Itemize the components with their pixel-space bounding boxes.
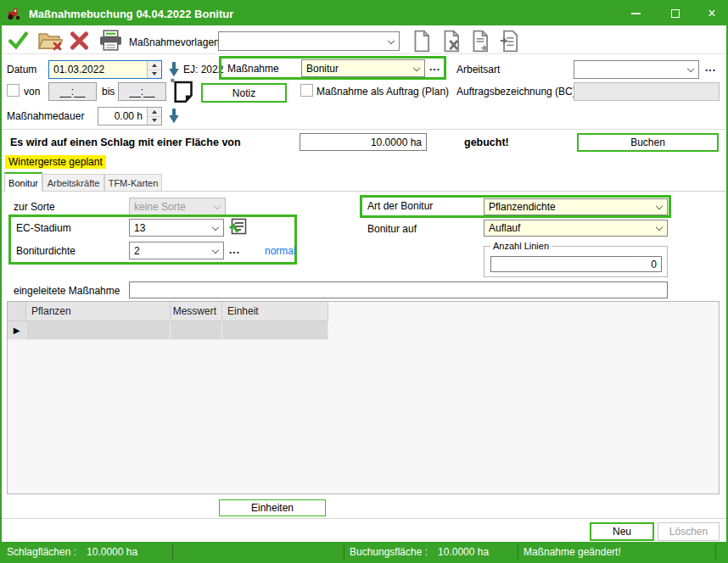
- neu-button[interactable]: Neu: [590, 522, 654, 541]
- boniturdichte-label: Boniturdichte: [16, 245, 76, 258]
- flaeche-value: 10.0000 ha: [371, 137, 422, 148]
- import-doc-icon[interactable]: [500, 30, 518, 53]
- datum-label: Datum: [7, 64, 36, 76]
- chevron-down-icon: [212, 246, 219, 253]
- datum-spinner[interactable]: [147, 61, 161, 78]
- cell-pflanzen[interactable]: [26, 321, 171, 340]
- vorlagen-combobox[interactable]: [218, 31, 400, 51]
- cell-einheit[interactable]: [222, 321, 328, 340]
- delete-doc-icon[interactable]: [442, 30, 461, 53]
- maximize-icon: [671, 9, 680, 18]
- booking-text-after: gebucht!: [464, 137, 509, 149]
- vorlagen-label: Maßnahmevorlagen: [129, 36, 220, 49]
- tab-tfm-karten[interactable]: TFM-Karten: [104, 174, 162, 191]
- tab-bonitur[interactable]: Bonitur: [4, 172, 42, 192]
- column-header-pflanzen[interactable]: Pflanzen: [26, 302, 171, 321]
- einheiten-button[interactable]: Einheiten: [219, 499, 326, 516]
- table-row[interactable]: ▶: [8, 321, 719, 340]
- close-button[interactable]: ×: [697, 2, 726, 25]
- massnahme-more-button[interactable]: ...: [429, 61, 440, 73]
- massnahmedauer-input[interactable]: 0.00 h: [98, 107, 162, 125]
- title-bar: Maßnahmebuchung 04.04.2022 Bonitur: [2, 2, 726, 25]
- bis-time-value: __:__: [129, 86, 154, 98]
- datum-value: 01.03.2022: [53, 64, 104, 75]
- maximize-button[interactable]: [661, 2, 690, 25]
- ec-stadium-value: 13: [134, 222, 145, 234]
- auftrag-plan-label: Maßnahme als Auftrag (Plan): [316, 86, 449, 98]
- row-selector-cell[interactable]: ▶: [8, 321, 26, 340]
- boniturdichte-combobox[interactable]: 2: [129, 242, 224, 259]
- status-divider: [172, 543, 173, 560]
- ec-stadium-combobox[interactable]: 13: [129, 219, 224, 237]
- bonitur-auf-combobox[interactable]: Auflauf: [484, 220, 668, 237]
- von-time-input[interactable]: __:__: [48, 82, 97, 101]
- window-title: Maßnahmebuchung 04.04.2022 Bonitur: [29, 8, 233, 20]
- close-icon: ×: [708, 7, 715, 20]
- cell-messwert[interactable]: [171, 321, 222, 340]
- copy-doc-icon[interactable]: [471, 30, 490, 53]
- ec-stadium-label: EC-Stadium: [16, 222, 71, 235]
- art-der-bonitur-combobox[interactable]: Pflanzendichte: [484, 198, 668, 215]
- cancel-folder-icon[interactable]: [37, 31, 63, 51]
- datum-input[interactable]: 01.03.2022: [48, 60, 162, 79]
- von-checkbox[interactable]: [7, 84, 20, 97]
- arbeitsart-more-button[interactable]: ...: [705, 62, 716, 74]
- print-icon[interactable]: [98, 30, 123, 52]
- massnahme-combobox[interactable]: Bonitur: [301, 59, 425, 77]
- massnahmedauer-label: Maßnahmedauer: [7, 110, 84, 123]
- confirm-check-icon[interactable]: [7, 30, 30, 51]
- ec-list-lookup-icon[interactable]: [229, 218, 247, 235]
- minimize-icon: [631, 13, 641, 14]
- status-divider: [715, 543, 716, 560]
- anzahl-linien-value: 0: [651, 259, 657, 270]
- new-doc-icon[interactable]: [412, 30, 431, 53]
- zur-sorte-combobox: keine Sorte: [129, 198, 226, 215]
- column-header-einheit[interactable]: Einheit: [222, 302, 328, 321]
- apply-down-arrow-icon[interactable]: [168, 61, 180, 78]
- anzahl-linien-input[interactable]: 0: [490, 256, 662, 272]
- row-selector-header: [8, 302, 26, 321]
- status-divider: [518, 543, 518, 560]
- status-message: Maßnahme geändert!: [524, 542, 621, 561]
- table-header-row: Pflanzen Messwert Einheit: [8, 302, 719, 321]
- note-page-icon[interactable]: [170, 77, 195, 103]
- booking-text-before: Es wird auf einen Schlag mit einer Fläch…: [10, 137, 241, 149]
- chevron-down-icon: [656, 224, 663, 231]
- eingeleitete-massnahme-label: eingeleitete Maßnahme: [14, 285, 120, 298]
- loeschen-button[interactable]: Löschen: [658, 522, 720, 541]
- flaeche-input[interactable]: 10.0000 ha: [300, 133, 427, 151]
- column-header-messwert[interactable]: Messwert: [171, 302, 222, 321]
- bonitur-auf-label: Bonitur auf: [367, 223, 417, 236]
- zur-sorte-label: zur Sorte: [14, 201, 55, 214]
- delete-x-icon[interactable]: [68, 31, 91, 51]
- tab-strip-line: [2, 191, 726, 192]
- chevron-down-icon: [388, 36, 395, 43]
- art-der-bonitur-label: Art der Bonitur: [367, 200, 433, 213]
- status-schlagflaechen: Schlagflächen : 10.0000 ha: [7, 542, 137, 561]
- apply-down-arrow-icon[interactable]: [168, 108, 180, 125]
- auftrag-plan-checkbox[interactable]: [300, 84, 313, 97]
- anzahl-linien-legend: Anzahl Linien: [490, 241, 552, 251]
- massnahme-value: Bonitur: [306, 63, 339, 75]
- status-buchungsflaeche: Buchungsfläche : 10.0000 ha: [350, 542, 489, 561]
- tab-arbeitskraefte[interactable]: Arbeitskräfte: [42, 174, 104, 191]
- dauer-spinner[interactable]: [147, 108, 161, 125]
- boniturdichte-more-button[interactable]: ...: [229, 244, 240, 256]
- crop-status-highlight: Wintergerste geplant: [5, 155, 106, 169]
- chevron-down-icon: [656, 203, 663, 209]
- eingeleitete-massnahme-input[interactable]: [129, 282, 668, 298]
- chevron-down-icon: [212, 223, 219, 230]
- messwerte-table[interactable]: Pflanzen Messwert Einheit ▶: [7, 301, 720, 494]
- massnahmedauer-value: 0.00 h: [115, 110, 143, 122]
- tractor-icon: [7, 8, 22, 20]
- massnahmebuchung-window: Maßnahmebuchung 04.04.2022 Bonitur × Ma: [0, 0, 728, 563]
- bis-time-input[interactable]: __:__: [118, 82, 166, 101]
- buchen-button[interactable]: Buchen: [577, 133, 719, 152]
- von-time-value: __:__: [59, 86, 85, 98]
- minimize-button[interactable]: [621, 2, 650, 25]
- boniturdichte-value: 2: [134, 245, 140, 257]
- chevron-down-icon: [413, 64, 420, 70]
- notiz-button[interactable]: Notiz: [201, 83, 287, 103]
- arbeitsart-combobox[interactable]: [574, 60, 699, 79]
- chevron-down-icon: [214, 202, 221, 209]
